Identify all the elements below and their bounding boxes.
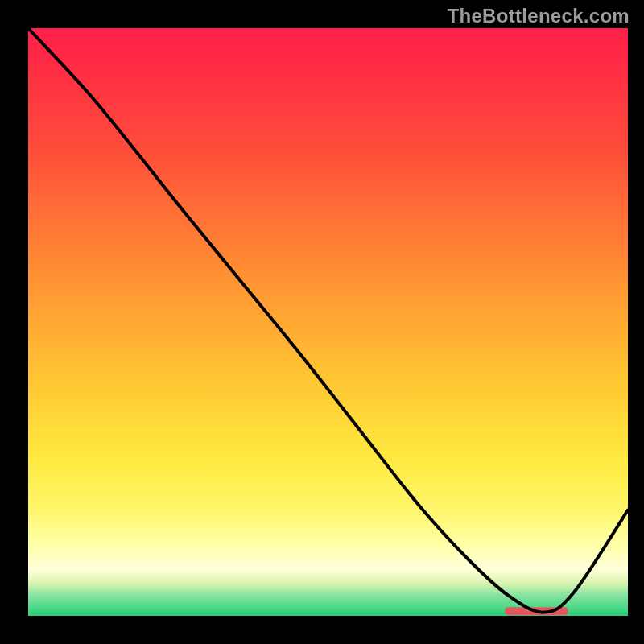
watermark-text: TheBottleneck.com	[448, 5, 630, 27]
chart-svg	[0, 0, 644, 644]
chart-stage: TheBottleneck.com	[0, 0, 644, 644]
plot-area	[28, 28, 628, 616]
